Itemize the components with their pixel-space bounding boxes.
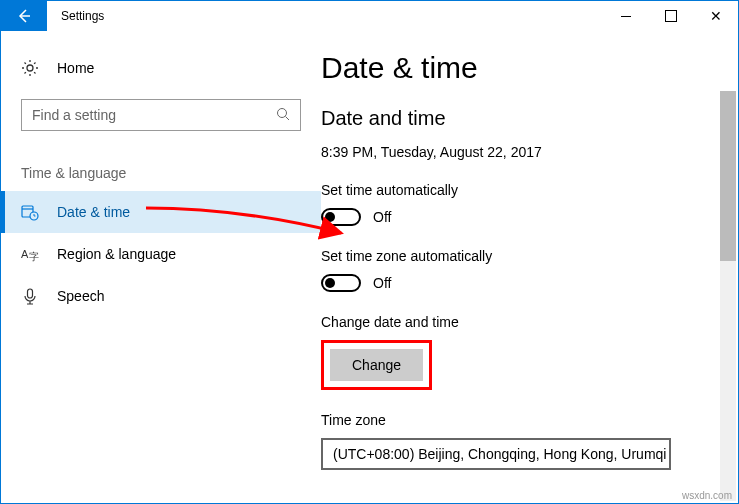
minimize-button[interactable]	[603, 1, 648, 31]
scrollbar-thumb[interactable]	[720, 91, 736, 261]
section-header: Date and time	[321, 107, 738, 130]
set-tz-auto-toggle-row: Off	[321, 274, 738, 292]
arrow-left-icon	[16, 8, 32, 24]
sidebar-item-label: Region & language	[57, 246, 176, 262]
tz-label: Time zone	[321, 412, 738, 428]
set-time-auto-state: Off	[373, 209, 391, 225]
microphone-icon	[21, 287, 39, 305]
svg-point-1	[278, 108, 287, 117]
main-content: Date & time Date and time 8:39 PM, Tuesd…	[321, 31, 738, 503]
sidebar-item-label: Date & time	[57, 204, 130, 220]
gear-icon	[21, 59, 39, 77]
set-tz-auto-state: Off	[373, 275, 391, 291]
page-title: Date & time	[321, 51, 738, 85]
titlebar: Settings ✕	[1, 1, 738, 31]
sidebar-item-label: Speech	[57, 288, 104, 304]
home-label: Home	[57, 60, 94, 76]
svg-text:字: 字	[29, 251, 39, 262]
category-header: Time & language	[21, 165, 301, 181]
change-dt-label: Change date and time	[321, 314, 738, 330]
svg-rect-8	[28, 289, 33, 298]
calendar-clock-icon	[21, 203, 39, 221]
current-datetime: 8:39 PM, Tuesday, August 22, 2017	[321, 144, 738, 160]
sidebar-item-region-language[interactable]: A字 Region & language	[1, 233, 321, 275]
back-button[interactable]	[1, 1, 47, 31]
set-time-auto-toggle[interactable]	[321, 208, 361, 226]
search-icon	[276, 107, 290, 124]
watermark: wsxdn.com	[682, 490, 732, 501]
window-title: Settings	[61, 9, 104, 23]
change-button[interactable]: Change	[330, 349, 423, 381]
scrollbar[interactable]	[720, 91, 736, 501]
search-box[interactable]	[21, 99, 301, 131]
set-tz-auto-label: Set time zone automatically	[321, 248, 738, 264]
annotation-highlight: Change	[321, 340, 432, 390]
svg-text:A: A	[21, 248, 29, 260]
sidebar-item-speech[interactable]: Speech	[1, 275, 321, 317]
svg-point-0	[27, 65, 33, 71]
set-tz-auto-toggle[interactable]	[321, 274, 361, 292]
search-input[interactable]	[32, 107, 238, 123]
timezone-value: (UTC+08:00) Beijing, Chongqing, Hong Kon…	[333, 446, 666, 462]
sidebar: Home Time & language Date & time A字 Regi…	[1, 31, 321, 503]
close-button[interactable]: ✕	[693, 1, 738, 31]
sidebar-item-date-time[interactable]: Date & time	[1, 191, 321, 233]
set-time-auto-toggle-row: Off	[321, 208, 738, 226]
svg-line-2	[286, 116, 290, 120]
set-time-auto-label: Set time automatically	[321, 182, 738, 198]
language-icon: A字	[21, 245, 39, 263]
home-button[interactable]: Home	[1, 51, 321, 85]
maximize-button[interactable]	[648, 1, 693, 31]
window-controls: ✕	[603, 1, 738, 31]
timezone-dropdown[interactable]: (UTC+08:00) Beijing, Chongqing, Hong Kon…	[321, 438, 671, 470]
